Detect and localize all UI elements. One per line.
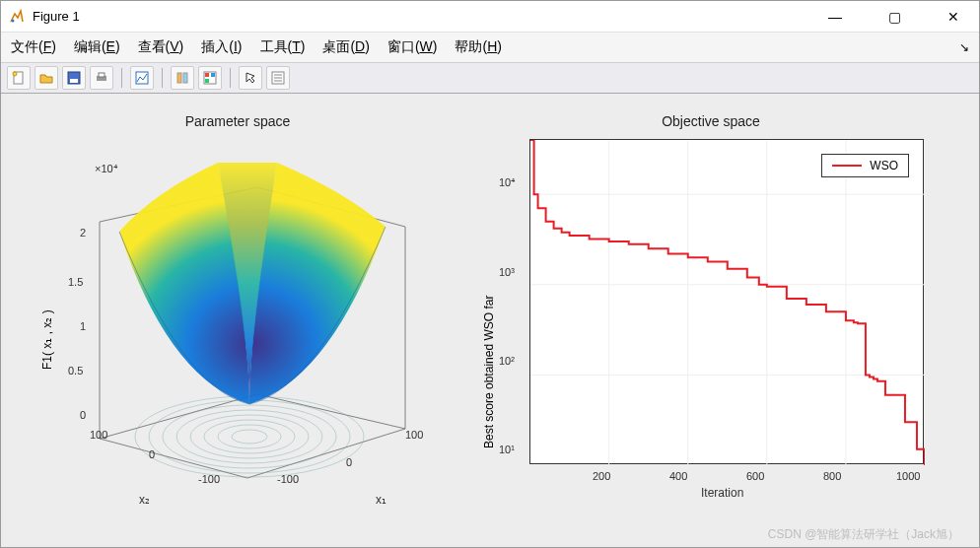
xtick: 600: [746, 470, 764, 482]
right-ylabel: Best score obtained WSO far: [482, 296, 496, 448]
menu-tools[interactable]: 工具(T): [260, 38, 306, 56]
ztick: 0: [80, 409, 86, 421]
xtick: -100: [277, 473, 299, 485]
figure-window: Figure 1 — ▢ ✕ 文件(F) 编辑(E) 查看(V) 插入(I) 工…: [0, 0, 980, 548]
ztick: 1: [80, 320, 86, 332]
svg-point-29: [135, 396, 364, 477]
menu-overflow-icon[interactable]: ↘: [959, 40, 969, 54]
window-controls: — ▢ ✕: [817, 3, 971, 31]
titlebar: Figure 1 — ▢ ✕: [1, 1, 979, 33]
window-title: Figure 1: [33, 9, 817, 24]
xtick: 200: [593, 470, 610, 482]
matlab-icon: [9, 9, 25, 25]
legend-line-icon: [832, 165, 862, 167]
menu-view[interactable]: 查看(V): [138, 38, 184, 56]
svg-rect-6: [99, 73, 105, 77]
zlabel: F1( x₁ , x₂ ): [40, 309, 54, 370]
xlabel: x₁: [376, 493, 386, 507]
svg-point-2: [13, 72, 17, 76]
xtick: 0: [346, 456, 352, 468]
svg-point-25: [190, 415, 309, 458]
svg-point-26: [176, 410, 322, 463]
data-cursor-icon[interactable]: [171, 66, 194, 90]
menu-help[interactable]: 帮助(H): [455, 38, 501, 56]
new-file-icon[interactable]: [7, 66, 31, 90]
watermark: CSDN @智能算法研学社（Jack旭）: [768, 526, 959, 543]
plot-tools-icon[interactable]: [266, 66, 290, 90]
svg-rect-11: [205, 73, 209, 77]
toolbar-separator: [121, 68, 122, 88]
xtick: 800: [823, 470, 841, 482]
svg-rect-4: [70, 79, 78, 83]
z-exponent: ×10⁴: [95, 163, 117, 175]
left-plot-panel: Parameter space: [21, 113, 455, 527]
ylabel: x₂: [139, 493, 150, 507]
svg-point-23: [218, 425, 281, 448]
svg-point-0: [12, 19, 15, 22]
svg-rect-9: [183, 73, 187, 83]
legend-label: WSO: [870, 159, 898, 172]
figure-area: Parameter space: [1, 94, 979, 547]
left-plot-title: Parameter space: [21, 113, 455, 129]
svg-rect-7: [136, 72, 148, 84]
xtick: 100: [405, 429, 423, 441]
link-plot-icon[interactable]: [130, 66, 154, 90]
svg-point-22: [232, 430, 267, 444]
svg-rect-13: [205, 79, 209, 83]
ztick: 2: [80, 227, 86, 239]
axes-2d[interactable]: WSO: [529, 139, 924, 464]
close-button[interactable]: ✕: [936, 3, 971, 31]
svg-rect-12: [211, 73, 215, 77]
xtick: 400: [669, 470, 687, 482]
ytick: 10¹: [499, 444, 515, 455]
xtick: 1000: [896, 470, 920, 482]
right-plot-title: Objective space: [474, 113, 947, 129]
legend: WSO: [821, 154, 909, 177]
ztick: 1.5: [68, 276, 83, 288]
color-legend-icon[interactable]: [198, 66, 222, 90]
menu-desktop[interactable]: 桌面(D): [322, 38, 369, 56]
toolbar-separator: [162, 68, 163, 88]
ytick: 10²: [499, 355, 515, 367]
ytick: 10⁴: [499, 176, 515, 189]
right-xlabel: Iteration: [701, 486, 743, 500]
menu-file[interactable]: 文件(F): [11, 38, 56, 56]
arrow-icon[interactable]: [239, 66, 262, 90]
ytick: 10³: [499, 266, 515, 278]
menubar: 文件(F) 编辑(E) 查看(V) 插入(I) 工具(T) 桌面(D) 窗口(W…: [1, 33, 979, 62]
print-icon[interactable]: [90, 66, 113, 90]
ytick: -100: [198, 473, 220, 485]
svg-point-28: [149, 400, 350, 473]
open-file-icon[interactable]: [35, 66, 58, 90]
ytick: 100: [90, 429, 107, 441]
right-plot-panel: Objective space Best score obtained WSO …: [474, 113, 947, 527]
toolbar-separator: [230, 68, 231, 88]
axes-3d[interactable]: ×10⁴ F1( x₁ , x₂ ) 0 0.5 1 1.5 2 100 0 -…: [21, 133, 435, 508]
minimize-button[interactable]: —: [817, 3, 853, 31]
ztick: 0.5: [68, 365, 83, 377]
ytick: 0: [149, 448, 155, 460]
toolbar: [1, 62, 979, 94]
menu-window[interactable]: 窗口(W): [387, 38, 438, 56]
menu-insert[interactable]: 插入(I): [201, 38, 242, 56]
maximize-button[interactable]: ▢: [876, 3, 912, 31]
svg-rect-8: [177, 73, 181, 83]
menu-edit[interactable]: 编辑(E): [74, 38, 120, 56]
save-file-icon[interactable]: [62, 66, 86, 90]
